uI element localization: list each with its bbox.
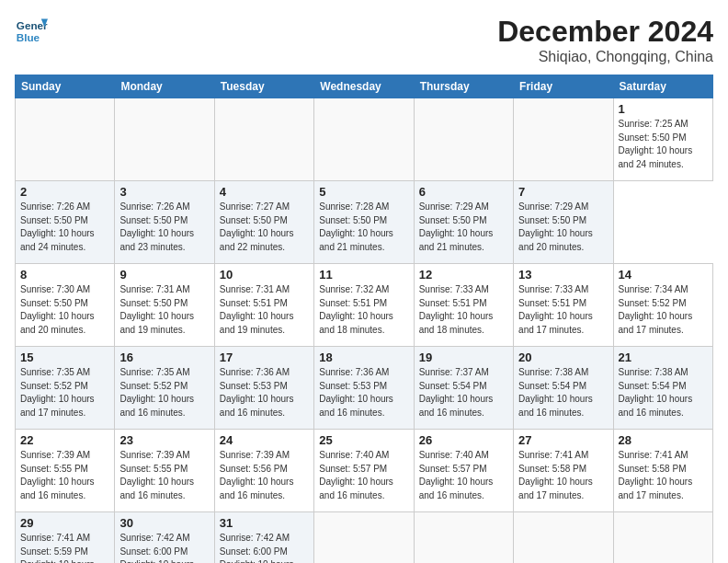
calendar-cell: 11Sunrise: 7:32 AMSunset: 5:51 PMDayligh… bbox=[314, 264, 414, 347]
col-tuesday: Tuesday bbox=[214, 75, 313, 98]
day-info: Sunrise: 7:29 AMSunset: 5:50 PMDaylight:… bbox=[419, 201, 508, 254]
calendar-cell: 25Sunrise: 7:40 AMSunset: 5:57 PMDayligh… bbox=[314, 430, 414, 512]
calendar-cell: 18Sunrise: 7:36 AMSunset: 5:53 PMDayligh… bbox=[314, 347, 414, 430]
day-number: 17 bbox=[220, 350, 309, 364]
col-monday: Monday bbox=[115, 75, 214, 98]
calendar-cell: 19Sunrise: 7:37 AMSunset: 5:54 PMDayligh… bbox=[414, 347, 513, 430]
day-number: 9 bbox=[119, 268, 209, 282]
col-sunday: Sunday bbox=[16, 75, 115, 98]
day-info: Sunrise: 7:32 AMSunset: 5:51 PMDaylight:… bbox=[319, 283, 408, 337]
calendar-cell bbox=[16, 98, 115, 181]
calendar-cell bbox=[414, 512, 513, 564]
day-number: 10 bbox=[220, 268, 309, 282]
day-number: 30 bbox=[119, 516, 209, 530]
calendar-cell: 16Sunrise: 7:35 AMSunset: 5:52 PMDayligh… bbox=[115, 347, 214, 430]
calendar-cell: 5Sunrise: 7:28 AMSunset: 5:50 PMDaylight… bbox=[314, 181, 414, 264]
day-number: 5 bbox=[319, 185, 408, 199]
calendar-week-row: 29Sunrise: 7:41 AMSunset: 5:59 PMDayligh… bbox=[16, 512, 713, 564]
calendar-cell: 26Sunrise: 7:40 AMSunset: 5:57 PMDayligh… bbox=[414, 430, 513, 512]
day-number: 15 bbox=[20, 350, 109, 364]
day-info: Sunrise: 7:40 AMSunset: 5:57 PMDaylight:… bbox=[319, 449, 408, 502]
day-info: Sunrise: 7:35 AMSunset: 5:52 PMDaylight:… bbox=[20, 366, 109, 419]
col-saturday: Saturday bbox=[613, 75, 712, 98]
col-wednesday: Wednesday bbox=[314, 75, 414, 98]
location-title: Shiqiao, Chongqing, China bbox=[497, 49, 713, 65]
day-info: Sunrise: 7:38 AMSunset: 5:54 PMDaylight:… bbox=[518, 366, 608, 419]
calendar-cell: 30Sunrise: 7:42 AMSunset: 6:00 PMDayligh… bbox=[115, 512, 214, 564]
calendar-cell: 28Sunrise: 7:41 AMSunset: 5:58 PMDayligh… bbox=[613, 430, 712, 512]
calendar-cell: 4Sunrise: 7:27 AMSunset: 5:50 PMDaylight… bbox=[214, 181, 313, 264]
calendar-cell: 10Sunrise: 7:31 AMSunset: 5:51 PMDayligh… bbox=[214, 264, 313, 347]
day-number: 1 bbox=[619, 102, 708, 116]
day-info: Sunrise: 7:41 AMSunset: 5:59 PMDaylight:… bbox=[20, 532, 109, 563]
day-info: Sunrise: 7:36 AMSunset: 5:53 PMDaylight:… bbox=[319, 366, 408, 419]
day-info: Sunrise: 7:38 AMSunset: 5:54 PMDaylight:… bbox=[619, 366, 708, 419]
day-number: 27 bbox=[518, 433, 608, 447]
day-number: 28 bbox=[619, 433, 708, 447]
day-info: Sunrise: 7:39 AMSunset: 5:55 PMDaylight:… bbox=[20, 449, 109, 502]
day-info: Sunrise: 7:39 AMSunset: 5:56 PMDaylight:… bbox=[220, 449, 309, 502]
calendar-cell: 15Sunrise: 7:35 AMSunset: 5:52 PMDayligh… bbox=[16, 347, 115, 430]
day-info: Sunrise: 7:36 AMSunset: 5:53 PMDaylight:… bbox=[220, 366, 309, 419]
day-number: 20 bbox=[518, 350, 608, 364]
calendar-cell: 22Sunrise: 7:39 AMSunset: 5:55 PMDayligh… bbox=[16, 430, 115, 512]
day-number: 23 bbox=[119, 433, 209, 447]
day-number: 6 bbox=[419, 185, 508, 199]
day-number: 2 bbox=[20, 185, 109, 199]
day-info: Sunrise: 7:42 AMSunset: 6:00 PMDaylight:… bbox=[220, 532, 309, 563]
day-info: Sunrise: 7:41 AMSunset: 5:58 PMDaylight:… bbox=[619, 449, 708, 502]
calendar-cell: 6Sunrise: 7:29 AMSunset: 5:50 PMDaylight… bbox=[414, 181, 513, 264]
calendar-cell bbox=[613, 512, 712, 564]
day-info: Sunrise: 7:41 AMSunset: 5:58 PMDaylight:… bbox=[518, 449, 608, 502]
calendar-cell: 9Sunrise: 7:31 AMSunset: 5:50 PMDaylight… bbox=[115, 264, 214, 347]
page-header: General Blue December 2024 Shiqiao, Chon… bbox=[15, 15, 713, 65]
calendar-cell bbox=[414, 98, 513, 181]
day-number: 31 bbox=[220, 516, 309, 530]
calendar-cell: 14Sunrise: 7:34 AMSunset: 5:52 PMDayligh… bbox=[613, 264, 712, 347]
day-info: Sunrise: 7:27 AMSunset: 5:50 PMDaylight:… bbox=[220, 201, 309, 254]
svg-text:Blue: Blue bbox=[17, 31, 40, 43]
calendar-table: Sunday Monday Tuesday Wednesday Thursday… bbox=[15, 75, 713, 563]
day-number: 13 bbox=[518, 268, 608, 282]
day-info: Sunrise: 7:25 AMSunset: 5:50 PMDaylight:… bbox=[619, 118, 708, 171]
calendar-cell: 23Sunrise: 7:39 AMSunset: 5:55 PMDayligh… bbox=[115, 430, 214, 512]
calendar-week-row: 15Sunrise: 7:35 AMSunset: 5:52 PMDayligh… bbox=[16, 347, 713, 430]
col-friday: Friday bbox=[514, 75, 613, 98]
day-number: 24 bbox=[220, 433, 309, 447]
calendar-cell: 7Sunrise: 7:29 AMSunset: 5:50 PMDaylight… bbox=[514, 181, 613, 264]
day-number: 22 bbox=[20, 433, 109, 447]
calendar-cell bbox=[514, 512, 613, 564]
month-title: December 2024 bbox=[497, 15, 713, 49]
calendar-week-row: 8Sunrise: 7:30 AMSunset: 5:50 PMDaylight… bbox=[16, 264, 713, 347]
day-info: Sunrise: 7:26 AMSunset: 5:50 PMDaylight:… bbox=[119, 201, 209, 254]
logo-icon: General Blue bbox=[15, 15, 48, 48]
day-number: 19 bbox=[419, 350, 508, 364]
calendar-cell: 1Sunrise: 7:25 AMSunset: 5:50 PMDaylight… bbox=[613, 98, 712, 181]
day-number: 12 bbox=[419, 268, 508, 282]
calendar-cell bbox=[314, 512, 414, 564]
calendar-cell bbox=[214, 98, 313, 181]
calendar-cell: 31Sunrise: 7:42 AMSunset: 6:00 PMDayligh… bbox=[214, 512, 313, 564]
calendar-cell: 2Sunrise: 7:26 AMSunset: 5:50 PMDaylight… bbox=[16, 181, 115, 264]
day-number: 25 bbox=[319, 433, 408, 447]
calendar-cell: 3Sunrise: 7:26 AMSunset: 5:50 PMDaylight… bbox=[115, 181, 214, 264]
calendar-cell: 21Sunrise: 7:38 AMSunset: 5:54 PMDayligh… bbox=[613, 347, 712, 430]
day-info: Sunrise: 7:26 AMSunset: 5:50 PMDaylight:… bbox=[20, 201, 109, 254]
day-number: 16 bbox=[119, 350, 209, 364]
day-info: Sunrise: 7:35 AMSunset: 5:52 PMDaylight:… bbox=[119, 366, 209, 419]
day-info: Sunrise: 7:37 AMSunset: 5:54 PMDaylight:… bbox=[419, 366, 508, 419]
calendar-cell: 13Sunrise: 7:33 AMSunset: 5:51 PMDayligh… bbox=[514, 264, 613, 347]
logo: General Blue bbox=[15, 15, 51, 48]
day-info: Sunrise: 7:34 AMSunset: 5:52 PMDaylight:… bbox=[619, 283, 708, 337]
day-number: 26 bbox=[419, 433, 508, 447]
calendar-week-row: 1Sunrise: 7:25 AMSunset: 5:50 PMDaylight… bbox=[16, 98, 713, 181]
day-number: 21 bbox=[619, 350, 708, 364]
day-number: 3 bbox=[119, 185, 209, 199]
day-info: Sunrise: 7:40 AMSunset: 5:57 PMDaylight:… bbox=[419, 449, 508, 502]
day-info: Sunrise: 7:39 AMSunset: 5:55 PMDaylight:… bbox=[119, 449, 209, 502]
day-number: 7 bbox=[518, 185, 608, 199]
calendar-cell: 8Sunrise: 7:30 AMSunset: 5:50 PMDaylight… bbox=[16, 264, 115, 347]
day-info: Sunrise: 7:42 AMSunset: 6:00 PMDaylight:… bbox=[119, 532, 209, 563]
day-number: 29 bbox=[20, 516, 109, 530]
day-info: Sunrise: 7:33 AMSunset: 5:51 PMDaylight:… bbox=[419, 283, 508, 337]
